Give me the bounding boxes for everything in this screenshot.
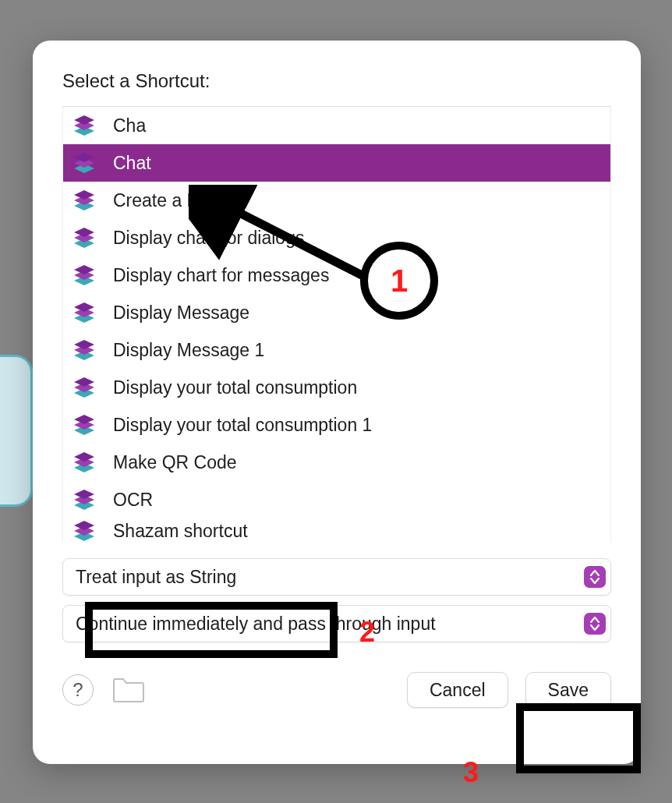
dialog-title: Select a Shortcut: (62, 70, 611, 92)
updown-icon (584, 613, 606, 635)
shortcut-item-label: Display chart for dialogs (113, 228, 304, 249)
continuation-row: Continue immediately and pass through in… (62, 605, 611, 642)
shortcut-item[interactable]: Chat (63, 144, 610, 182)
shortcut-item-label: Chat (113, 153, 151, 174)
shortcut-item[interactable]: Display your total consumption (63, 369, 610, 406)
cancel-button[interactable]: Cancel (407, 672, 508, 708)
shortcut-item[interactable]: Display chart for messages (63, 256, 610, 294)
input-treatment-row: Treat input as String (62, 558, 611, 596)
continuation-select[interactable]: Continue immediately and pass through in… (62, 605, 611, 642)
shortcut-item-label: Display chart for messages (113, 265, 329, 286)
folder-button[interactable] (111, 675, 147, 705)
stack-icon (69, 223, 99, 253)
stack-icon (69, 111, 99, 140)
shortcut-list[interactable]: ChaChatCreate a PromptDisplay chart for … (62, 106, 611, 543)
stack-icon (69, 518, 99, 543)
shortcut-item[interactable]: Cha (63, 107, 610, 144)
shortcut-item-label: Make QR Code (113, 452, 237, 473)
stack-icon (69, 447, 99, 477)
shortcut-item[interactable]: Display Message 1 (63, 331, 610, 369)
shortcut-item[interactable]: Display your total consumption 1 (63, 406, 610, 444)
dialog-bottom-row: ? Cancel Save (62, 672, 611, 708)
stack-icon (69, 298, 99, 327)
stack-icon (69, 335, 99, 365)
stack-icon (69, 186, 99, 215)
stack-icon (69, 260, 99, 290)
stack-icon (69, 373, 99, 402)
shortcut-item-label: Display Message (113, 302, 249, 324)
updown-icon (584, 566, 606, 588)
stack-icon (69, 148, 99, 178)
input-treatment-select[interactable]: Treat input as String (62, 558, 611, 596)
shortcut-item-label: Cha (113, 115, 146, 136)
shortcut-item[interactable]: Shazam shortcut (63, 518, 610, 543)
shortcut-item-label: OCR (113, 490, 153, 511)
shortcut-item[interactable]: Display chart for dialogs (63, 219, 610, 256)
shortcut-item[interactable]: Display Message (63, 294, 610, 331)
folder-icon (112, 677, 145, 703)
shortcut-item-label: Display Message 1 (113, 340, 264, 361)
background-tab-hint (0, 355, 33, 507)
save-button[interactable]: Save (525, 672, 611, 708)
annotation-box-3 (516, 703, 641, 773)
shortcut-item-label: Display your total consumption 1 (113, 415, 372, 436)
annotation-marker-3: 3 (463, 756, 479, 789)
shortcut-item-label: Shazam shortcut (113, 521, 248, 542)
shortcut-item[interactable]: Make QR Code (63, 444, 610, 481)
shortcut-item[interactable]: OCR (63, 481, 610, 518)
input-treatment-value: Treat input as String (76, 567, 236, 588)
continuation-value: Continue immediately and pass through in… (76, 614, 436, 635)
shortcut-dialog: Select a Shortcut: ChaChatCreate a Promp… (33, 41, 641, 764)
shortcut-item[interactable]: Create a Prompt (63, 182, 610, 219)
stack-icon (69, 485, 99, 515)
help-button[interactable]: ? (62, 674, 94, 706)
stack-icon (69, 410, 99, 440)
shortcut-item-label: Create a Prompt (113, 190, 245, 211)
help-icon: ? (73, 679, 83, 701)
shortcut-item-label: Display your total consumption (113, 377, 357, 398)
